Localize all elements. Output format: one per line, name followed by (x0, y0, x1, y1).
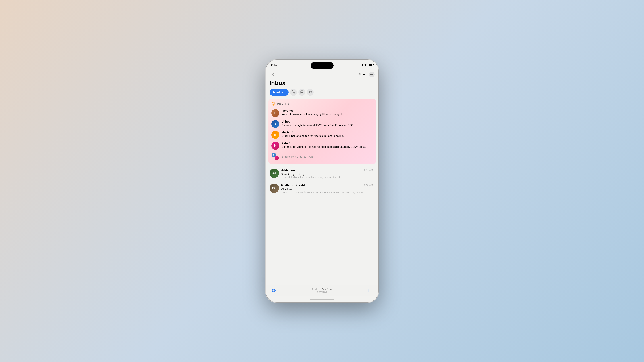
email-subject-united: Check-in for flight to Newark EWR from S… (282, 123, 373, 126)
more-button[interactable]: ••• (369, 72, 375, 77)
avatar-aditi: AJ (270, 169, 279, 178)
mini-avatar-ryan: R (274, 155, 279, 161)
tab-primary[interactable]: Primary (270, 89, 289, 96)
svg-marker-3 (309, 91, 310, 93)
more-from-avatars: B R (271, 153, 279, 161)
email-aditi[interactable]: AJ Aditi Jain 9:41 AM › Something exciti… (266, 166, 378, 181)
svg-point-1 (293, 93, 293, 93)
priority-email-united[interactable]: ✈ United ⤵ Check-in for flight to Newark… (268, 119, 376, 129)
tab-shopping[interactable] (290, 89, 297, 96)
status-time: 9:41 (271, 63, 277, 67)
page-title: Inbox (266, 78, 378, 89)
email-content-katie: Katie ⤵ Contract for Michael Robinson's … (282, 142, 373, 148)
email-content-aditi: Aditi Jain 9:41 AM › Something exciting … (281, 169, 375, 179)
preview-icon-guillermo: ⤵ (281, 191, 283, 194)
content-area: Inbox Primary (266, 78, 378, 285)
email-header-guillermo: Guillermo Castillo 8:58 AM › (281, 184, 375, 187)
nav-right-actions: Select ••• (359, 72, 374, 77)
svg-point-2 (294, 93, 295, 93)
tab-promos[interactable] (307, 89, 314, 96)
email-subject-aditi: Something exciting (281, 173, 375, 176)
more-from-text: 2 more from Brian & Ryan (282, 155, 313, 158)
email-content-guillermo: Guillermo Castillo 8:58 AM › Check-in ⤵ … (281, 184, 375, 194)
back-button[interactable] (270, 71, 276, 78)
email-subject-florence: Invited to izakaya soft opening by Flore… (282, 113, 373, 116)
reply-icon-florence: ⤵ (294, 109, 295, 112)
primary-tab-label: Primary (276, 91, 286, 94)
preview-icon-aditi: ⤵ (281, 176, 283, 179)
email-subject-katie: Contract for Michael Robinson's book nee… (282, 145, 373, 148)
avatar-katie: K (271, 142, 279, 150)
priority-icon: 🔆 (271, 101, 276, 106)
avatar-united: ✈ (271, 120, 279, 128)
tab-bar: Primary (266, 89, 378, 99)
more-icon: ••• (370, 73, 373, 76)
home-bar (310, 299, 334, 300)
battery-icon (368, 63, 373, 66)
email-subject-magico: Order lunch and coffee for Neeta's 12 p.… (282, 134, 373, 137)
tab-social[interactable] (298, 89, 305, 96)
priority-label: PRIORITY (277, 102, 290, 105)
signal-icon (360, 63, 363, 66)
shopping-tab-icon (292, 90, 295, 94)
bottom-bar: Updated Just Now 6 Unread (266, 285, 378, 296)
social-tab-icon (300, 90, 304, 94)
priority-email-magico[interactable]: M Magico ⤵ Order lunch and coffee for Ne… (268, 129, 376, 140)
priority-header: 🔆 PRIORITY (268, 101, 376, 108)
promos-tab-icon (308, 90, 312, 94)
primary-tab-icon (272, 90, 275, 94)
avatar-florence: F (271, 109, 279, 117)
avatar-guillermo: GC (270, 184, 279, 193)
priority-email-katie[interactable]: K Katie ⤵ Contract for Michael Robinson'… (268, 140, 376, 151)
email-guillermo[interactable]: GC Guillermo Castillo 8:58 AM › Check-in… (266, 181, 378, 196)
reply-icon-magico: ⤵ (292, 131, 293, 134)
email-header-aditi: Aditi Jain 9:41 AM › (281, 169, 375, 172)
email-sender-florence: Florence ⤵ (282, 109, 373, 112)
phone-frame: 9:41 (266, 60, 378, 302)
avatar-magico: M (271, 131, 279, 139)
dynamic-island (311, 62, 334, 69)
select-button[interactable]: Select (359, 73, 367, 76)
compose-button[interactable] (367, 287, 374, 294)
email-sender-magico: Magico ⤵ (282, 131, 373, 134)
email-subject-guillermo: Check-in (281, 188, 375, 191)
email-sender-katie: Katie ⤵ (282, 142, 373, 145)
email-time-guillermo: 8:58 AM › (364, 184, 374, 187)
svg-point-4 (273, 290, 274, 291)
unread-text: 6 Unread (312, 291, 332, 293)
updated-text: Updated Just Now (312, 288, 332, 291)
priority-email-florence[interactable]: F Florence ⤵ Invited to izakaya soft ope… (268, 108, 376, 119)
email-content-florence: Florence ⤵ Invited to izakaya soft openi… (282, 109, 373, 116)
svg-point-0 (273, 91, 274, 92)
more-from-item[interactable]: B R 2 more from Brian & Ryan (268, 151, 376, 162)
email-sender-guillermo: Guillermo Castillo (281, 184, 308, 187)
email-content-magico: Magico ⤵ Order lunch and coffee for Neet… (282, 131, 373, 137)
chevron-right-icon-guillermo: › (374, 184, 375, 187)
priority-section: 🔆 PRIORITY F Florence ⤵ Invited to izaka… (268, 99, 376, 164)
email-time-aditi: 9:41 AM › (364, 169, 374, 172)
email-sender-united: United ⤵ (282, 120, 373, 123)
filter-button[interactable] (270, 287, 277, 294)
email-preview-aditi: ⤵ YA sci-fi trilogy by Ghanaian author, … (281, 176, 375, 179)
reply-icon-united: ⤵ (291, 120, 292, 123)
email-content-united: United ⤵ Check-in for flight to Newark E… (282, 120, 373, 126)
reply-icon-katie: ⤵ (289, 142, 290, 145)
nav-bar: Select ••• (266, 70, 378, 78)
home-indicator (266, 296, 378, 302)
email-preview-guillermo: ⤵ Next major review in two weeks. Schedu… (281, 191, 375, 194)
wifi-icon (364, 63, 367, 66)
chevron-right-icon-aditi: › (374, 169, 375, 172)
bottom-status: Updated Just Now 6 Unread (312, 288, 332, 293)
email-sender-aditi: Aditi Jain (281, 169, 295, 172)
status-icons (360, 63, 373, 66)
